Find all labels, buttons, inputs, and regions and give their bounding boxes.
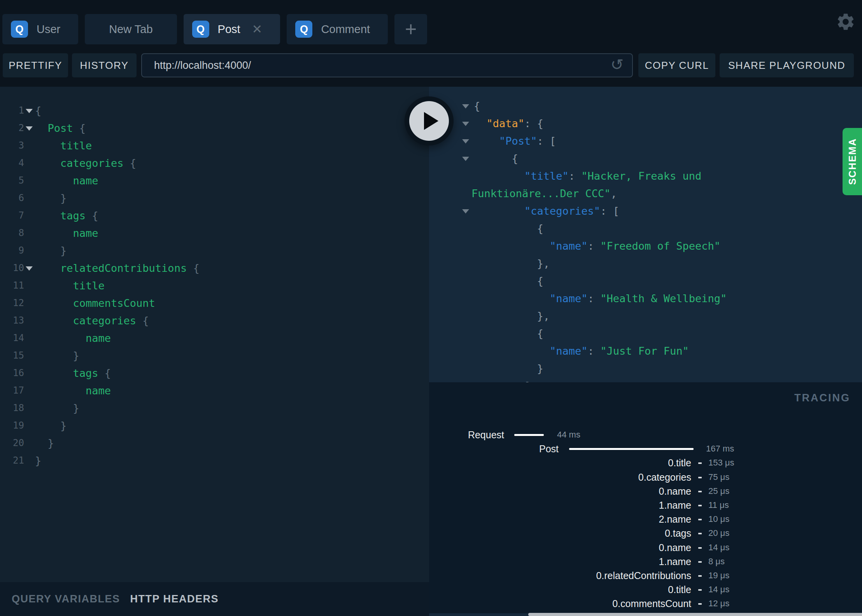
share-playground-button[interactable]: SHARE PLAYGROUND [720,53,854,77]
trace-duration-value: 44 ms [557,429,580,441]
code-text: "name": "Health & Wellbeing" [474,290,862,307]
query-editor-lines: 1{2 Post {3 title4 categories {5 name6 }… [0,102,429,469]
trace-label: 0.name [429,541,691,554]
line-number: 18 [0,399,24,417]
code-text: tags { [35,207,429,224]
line-number: 5 [0,172,24,189]
code-text: "categories": [ [474,202,862,220]
code-text: "name": "Freedom of Speech" [474,237,862,255]
fold-arrow-icon[interactable] [26,109,33,113]
query-variables-tab[interactable]: QUERY VARIABLES [12,593,120,605]
editor-line: 20 } [0,434,429,452]
trace-duration-tick [698,603,702,605]
execute-query-button[interactable] [405,96,454,145]
line-number: 6 [0,189,24,207]
trace-duration-value: 19 μs [708,569,729,582]
response-line: "Post": [ [429,132,862,150]
fold-arrow-icon[interactable] [462,139,469,144]
schema-side-tab[interactable]: SCHEMA [843,128,862,195]
line-number: 13 [0,312,24,329]
trace-row: Request44 ms [429,429,862,441]
fold-arrow-icon[interactable] [26,266,33,271]
editor-line: 14 name [0,329,429,347]
trace-duration-value: 14 μs [708,541,729,554]
code-text: title [35,137,429,154]
fold-arrow-icon[interactable] [462,104,469,108]
tab-comment[interactable]: QComment [287,14,388,44]
code-text: name [35,329,429,347]
line-number: 4 [0,154,24,172]
settings-gear-icon [836,26,856,33]
line-number: 7 [0,207,24,224]
trace-row: 0.tags20 μs [429,527,862,539]
response-line: }, [429,255,862,272]
trace-label: 0.commentsCount [429,597,691,610]
trace-duration-value: 167 ms [706,443,734,455]
code-text: Funktionäre...Der CCC", [471,185,862,202]
trace-duration-value: 10 μs [708,513,729,525]
trace-duration-tick [698,561,702,563]
tab-label: User [37,23,60,36]
editor-line: 8 name [0,224,429,242]
fold-arrow-icon[interactable] [462,209,469,214]
prettify-button[interactable]: PRETTIFY [3,53,68,77]
line-number: 14 [0,329,24,347]
response-lines: { "data": { "Post": [ { "title": "Hacker… [429,97,862,395]
code-text: "Post": [ [474,132,862,150]
line-number: 15 [0,347,24,364]
response-pane[interactable]: { "data": { "Post": [ { "title": "Hacker… [429,87,862,616]
code-text: }, [474,307,862,325]
fold-arrow-icon[interactable] [462,157,469,161]
editor-line: 10 relatedContributions { [0,259,429,277]
trace-duration-tick [698,477,702,478]
toolbar: PRETTIFY HISTORY ↺ COPY CURL SHARE PLAYG… [0,53,862,77]
response-line: "categories": [ [429,202,862,220]
http-headers-tab[interactable]: HTTP HEADERS [130,593,219,605]
response-line: "name": "Freedom of Speech" [429,237,862,255]
editor-line: 3 title [0,137,429,154]
settings-button[interactable] [836,12,856,32]
new-tab-button[interactable]: + [394,14,427,44]
tracing-panel: TRACING Request44 msPost167 ms0.title153… [429,382,862,613]
line-number: 17 [0,382,24,399]
trace-label: 0.categories [429,471,691,483]
trace-duration-value: 12 μs [708,597,729,610]
trace-duration-value: 14 μs [708,583,729,596]
line-number: 19 [0,417,24,434]
close-tab-icon[interactable]: ✕ [252,23,263,35]
fold-arrow-icon[interactable] [26,126,33,131]
code-text: name [35,172,429,189]
tab-new-tab[interactable]: New Tab [85,14,177,44]
tab-user[interactable]: QUser [2,14,78,44]
code-text: } [35,399,429,417]
copy-curl-button[interactable]: COPY CURL [638,53,715,77]
line-number: 12 [0,294,24,312]
line-number: 1 [0,102,24,119]
line-number: 8 [0,224,24,242]
trace-row: 0.name25 μs [429,485,862,497]
trace-row: 2.name10 μs [429,513,862,525]
response-line: { [429,220,862,237]
fold-arrow-icon[interactable] [462,122,469,126]
response-line: }, [429,307,862,325]
tab-bar: QUserNew TabQPost✕QComment+ [2,14,427,44]
horizontal-scrollbar[interactable] [528,613,862,616]
trace-duration-value: 20 μs [708,527,729,539]
code-text: } [35,242,429,259]
editor-line: 6 } [0,189,429,207]
query-badge: Q [295,21,312,38]
endpoint-url-input[interactable] [141,53,633,77]
code-text: { [474,150,862,167]
trace-duration-value: 25 μs [708,485,729,497]
trace-label: 0.title [429,583,691,596]
history-button[interactable]: HISTORY [72,53,137,77]
code-text: } [35,417,429,434]
code-text: }, [474,255,862,272]
tab-post[interactable]: QPost✕ [184,14,280,44]
reload-schema-icon[interactable]: ↺ [610,57,624,72]
query-editor-pane[interactable]: 1{2 Post {3 title4 categories {5 name6 }… [0,87,429,616]
trace-duration-tick [698,547,702,549]
trace-row: 1.name11 μs [429,499,862,511]
line-number: 11 [0,277,24,294]
schema-side-tab-label: SCHEMA [847,138,858,185]
